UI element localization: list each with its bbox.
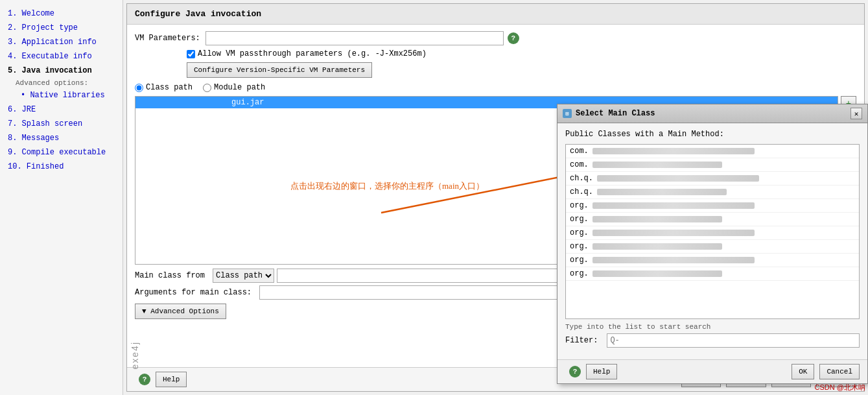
sidebar-item-splash[interactable]: 7. Splash screen — [5, 117, 117, 131]
class-path-radio-text: Class path — [146, 83, 193, 92]
footer-help-icon[interactable]: ? — [139, 374, 150, 385]
sidebar-item-java-inv[interactable]: 5. Java invocation — [5, 64, 117, 78]
dialog-title: Configure Java invocation — [127, 4, 864, 25]
select-dialog-ok-btn[interactable]: OK — [792, 364, 814, 379]
sidebar-item-messages[interactable]: 8. Messages — [5, 131, 117, 145]
class-detail — [592, 160, 855, 169]
sidebar-item-jre[interactable]: 6. JRE — [5, 102, 117, 117]
sidebar-item-welcome[interactable]: 1. Welcome — [5, 6, 117, 21]
configure-btn-row: Configure Version-Specific VM Parameters — [135, 62, 856, 78]
class-path-radio-label[interactable]: Class path — [135, 83, 193, 92]
advanced-options-label: Advanced options: — [5, 78, 117, 88]
class-list-item[interactable]: com. — [566, 158, 859, 172]
class-prefix: com. — [570, 160, 589, 169]
passthrough-label: Allow VM passthrough parameters (e.g. -J… — [198, 49, 427, 58]
path-type-radio-row: Class path Module path — [135, 83, 856, 92]
class-list-item[interactable]: ch.q. — [566, 172, 859, 186]
footer-help-btn[interactable]: Help — [156, 372, 187, 387]
select-dialog-close-btn[interactable]: ✕ — [850, 108, 862, 119]
select-dialog-footer: ? Help OK Cancel — [557, 359, 867, 383]
class-detail — [592, 215, 855, 224]
sidebar-item-exe-info[interactable]: 4. Executable info — [5, 49, 117, 64]
vm-parameters-label: VM Parameters: — [135, 34, 200, 43]
class-detail — [592, 269, 855, 278]
passthrough-checkbox-row: Allow VM passthrough parameters (e.g. -J… — [135, 49, 856, 58]
class-detail — [597, 174, 855, 183]
vm-parameters-row: VM Parameters: ? — [135, 31, 856, 45]
vm-parameters-input[interactable] — [205, 31, 504, 45]
class-list-item[interactable]: org. — [566, 226, 859, 240]
class-detail — [592, 256, 855, 265]
class-prefix: org. — [570, 215, 589, 224]
class-list-item[interactable]: org. — [566, 213, 859, 226]
class-detail — [592, 147, 855, 156]
class-prefix: org. — [570, 228, 589, 237]
class-list-item[interactable]: org. — [566, 254, 859, 267]
sidebar-item-compile[interactable]: 9. Compile executable — [5, 145, 117, 160]
sidebar-item-finished[interactable]: 10. Finished — [5, 160, 117, 174]
select-dialog-help-icon[interactable]: ? — [569, 366, 581, 377]
class-list-item[interactable]: org. — [566, 240, 859, 254]
class-list-item[interactable]: ch.q. — [566, 186, 859, 199]
sidebar-item-app-info[interactable]: 3. Application info — [5, 35, 117, 49]
class-prefix: org. — [570, 242, 589, 251]
class-path-radio[interactable] — [135, 84, 143, 92]
main-class-dropdown[interactable]: Class path — [213, 269, 274, 283]
select-dialog-subtitle: Public Classes with a Main Method: — [565, 130, 860, 139]
advanced-options-btn[interactable]: ▼ Advanced Options — [135, 304, 226, 319]
filter-input[interactable] — [607, 333, 860, 348]
class-list-item[interactable]: org. — [566, 267, 859, 281]
filter-input-row: Filter: — [565, 333, 860, 348]
class-list-item[interactable]: org. — [566, 199, 859, 213]
class-prefix: ch.q. — [570, 187, 593, 197]
class-prefix: org. — [570, 256, 589, 265]
filter-label: Filter: — [565, 336, 598, 345]
passthrough-checkbox[interactable] — [187, 50, 195, 58]
select-dialog-body: Public Classes with a Main Method: com. … — [557, 123, 867, 359]
select-dialog-titlebar: ⊞ Select Main Class ✕ — [557, 104, 867, 123]
module-path-radio-label[interactable]: Module path — [203, 83, 265, 92]
class-detail — [592, 228, 855, 237]
class-prefix: ch.q. — [570, 174, 593, 183]
sidebar-item-native-libs[interactable]: • Native libraries — [5, 88, 117, 102]
select-dialog-help-btn[interactable]: Help — [586, 364, 617, 379]
class-list-item[interactable]: com. — [566, 145, 859, 158]
classpath-item-label: gui.jar — [231, 98, 264, 107]
select-main-class-dialog: ⊞ Select Main Class ✕ Public Classes wit… — [557, 104, 868, 384]
main-class-label: Main class from — [135, 271, 205, 280]
class-prefix: com. — [570, 147, 589, 156]
sidebar: 1. Welcome 2. Project type 3. Applicatio… — [0, 0, 123, 395]
class-list[interactable]: com. com. ch.q. ch.q. org. org. — [565, 144, 860, 319]
select-dialog-cancel-btn[interactable]: Cancel — [819, 364, 860, 379]
args-label: Arguments for main class: — [135, 288, 252, 297]
exe4j-watermark: exe4j — [127, 339, 143, 372]
class-prefix: org. — [570, 201, 589, 210]
class-detail — [597, 187, 855, 197]
sidebar-item-project-type[interactable]: 2. Project type — [5, 21, 117, 35]
filter-hint: Type into the list to start search — [565, 323, 860, 331]
select-dialog-icon: ⊞ — [563, 109, 572, 118]
class-detail — [592, 242, 855, 251]
class-prefix: org. — [570, 269, 589, 278]
select-dialog-title-text: Select Main Class — [576, 109, 847, 118]
configure-version-btn[interactable]: Configure Version-Specific VM Parameters — [187, 62, 372, 78]
vm-parameters-help-icon[interactable]: ? — [508, 32, 519, 44]
module-path-radio[interactable] — [203, 84, 211, 92]
class-detail — [592, 201, 855, 210]
csdn-watermark: CSDN @北木呐 — [815, 383, 865, 392]
module-path-radio-text: Module path — [214, 83, 265, 92]
